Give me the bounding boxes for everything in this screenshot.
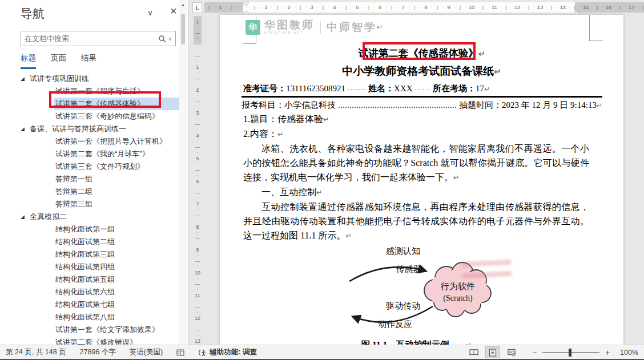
admission-number-value: 13111623508921	[286, 84, 345, 93]
ruler-tick: —	[193, 282, 202, 286]
nav-tree-item[interactable]: ◢备课、试讲与答辩拔高训练一	[0, 123, 179, 135]
ruler-tick: 11	[193, 293, 202, 298]
nav-tree-item[interactable]: 结构化面试第二组	[0, 236, 179, 248]
nav-item-label: 备课、试讲与答辩拔高训练一	[30, 124, 126, 133]
search-icon[interactable]	[158, 35, 166, 43]
zoom-slider[interactable]	[542, 352, 599, 353]
proofing-icon[interactable]	[176, 349, 185, 357]
content-line: 2.内容：↵	[243, 127, 589, 141]
nav-item-label: 结构化面试第八组	[55, 313, 115, 321]
nav-tree-item[interactable]: 结构化面试第八组	[0, 311, 179, 323]
ruler-tick: ·	[193, 173, 202, 178]
status-bar: 第 24 页, 共 148 页 27896 个字 英语(美国) 辅助功能: 调查	[0, 345, 644, 360]
zoom-out-button[interactable]: −	[530, 348, 538, 357]
zoom-in-button[interactable]: +	[603, 348, 611, 357]
zoom-level-indicator[interactable]: 100%	[615, 349, 638, 357]
nav-tree-item[interactable]: 答辩第一组	[0, 173, 179, 185]
nav-tab-item[interactable]: 页面	[51, 53, 66, 69]
nav-scrollbar[interactable]: ▲	[179, 0, 187, 345]
ruler-tick: —	[193, 99, 202, 104]
ruler-tick: ·	[193, 322, 202, 326]
nav-tree-item[interactable]: 结构化面试第五组	[0, 273, 179, 286]
close-icon[interactable]: ×	[170, 5, 177, 18]
ruler-tick: —	[193, 191, 202, 195]
ruler-tick: —	[193, 76, 202, 81]
red-annotation-box-nav	[49, 91, 161, 108]
nav-tree-item[interactable]: ◢试讲专项巩固训练	[0, 72, 179, 85]
search-input[interactable]	[21, 34, 158, 43]
exam-room-label: 所在考场：	[433, 84, 476, 93]
document-page[interactable]: 华 华图教师 HTEACHER.NET 中师智学 ↵ 试讲第二套《传感器体验》↵…	[220, 15, 623, 345]
nav-item-label: 试讲第一套《给文字添加效果》	[55, 325, 159, 334]
nav-item-label: 结构化面试第二组	[55, 237, 115, 246]
nav-tree-item[interactable]: 试讲第二套《修改错误》	[0, 336, 179, 345]
paragraph-mark: ↵	[453, 173, 460, 182]
collapse-triangle-icon[interactable]: ◢	[21, 123, 25, 135]
zoom-slider-thumb[interactable]	[569, 349, 571, 357]
page-number-indicator[interactable]: 第 24 页, 共 148 页	[6, 347, 66, 357]
ruler-tick: ·	[193, 82, 202, 87]
print-layout-icon	[489, 349, 497, 357]
search-options-chevron-icon[interactable]: ∨	[168, 36, 172, 42]
chevron-down-icon[interactable]: ∨	[147, 8, 153, 17]
nav-tree-item[interactable]: ◢全真模拟二	[0, 211, 179, 223]
logo-brand-text: 华图教师	[264, 19, 315, 30]
paragraph-1: 冰箱、洗衣机、各种家电设备越来越智能化，智能家居离我们不再遥远。一个小小的按钮怎…	[243, 141, 589, 185]
read-mode-button[interactable]	[466, 346, 481, 358]
nav-tree-item[interactable]: 试讲第三套《文件巧规划》	[0, 160, 179, 173]
subject-label: 报考科目：	[242, 100, 284, 110]
ruler-tick: —	[193, 236, 202, 241]
nav-tree-item[interactable]: 答辩第三组	[0, 198, 179, 211]
nav-tree-item[interactable]: 试讲第一套《给文字添加效果》	[0, 323, 179, 336]
print-layout-button[interactable]	[485, 346, 500, 358]
nav-item-label: 答辩第二组	[55, 187, 92, 196]
nav-tree-item[interactable]: 结构化面试第六组	[0, 286, 179, 298]
language-indicator[interactable]: 英语(美国)	[130, 347, 163, 357]
subject-value: 小学信息科技	[284, 100, 336, 110]
nav-tree-item[interactable]: 结构化面试第七组	[0, 298, 179, 311]
nav-tree-item[interactable]: 结构化面试第三组	[0, 248, 179, 261]
paragraph-mark: ↵	[323, 115, 329, 124]
ruler-tick: ·	[193, 299, 202, 304]
ruler-tick: —	[193, 327, 202, 332]
heading-1: 一、互动控制↵	[243, 185, 589, 200]
nav-tab-active[interactable]: 标题	[21, 53, 36, 69]
ruler-tick: ·	[193, 128, 202, 132]
ruler-tick: 13	[193, 339, 202, 343]
admission-number-label: 准考证号：	[243, 84, 286, 93]
ruler-tick: 2	[193, 88, 202, 92]
logo-divider	[320, 21, 321, 34]
accessibility-status[interactable]: 辅助功能: 调查	[199, 347, 257, 357]
ruler-tick: 7	[193, 202, 202, 207]
nav-tree-item[interactable]: 结构化面试第一组	[0, 223, 179, 236]
nav-item-label: 试讲第一套《把照片导入计算机》	[55, 137, 167, 145]
navigation-tabs: 标题页面结果	[21, 53, 96, 69]
document-subtitle: 中小学教师资格考试面试备课纸↵	[220, 64, 623, 79]
draw-time-label: 抽题时间：	[459, 100, 502, 110]
nav-tree-item[interactable]: 答辩第二组	[0, 185, 179, 198]
ruler-tick: ·	[193, 208, 202, 212]
nav-tree-item[interactable]: 试讲第二套《我的“月球车”》	[0, 148, 179, 160]
ruler-tick: ·	[193, 333, 202, 338]
paragraph-mark: ↵	[345, 232, 352, 240]
nav-tree-item[interactable]: 试讲第一套《把照片导入计算机》	[0, 135, 179, 148]
ruler-tick: ·	[193, 37, 202, 41]
collapse-triangle-icon[interactable]: ◢	[21, 211, 25, 223]
ruler-tick: ·	[193, 48, 202, 52]
scroll-up-icon[interactable]: ▲	[179, 2, 187, 7]
ruler-tick: ·	[193, 94, 202, 98]
word-count-indicator[interactable]: 27896 个字	[80, 347, 116, 357]
logo-domain-text: HTEACHER.NET	[264, 31, 315, 35]
nav-scrollbar-thumb[interactable]	[181, 14, 185, 45]
document-search-box[interactable]: ∨	[21, 31, 176, 46]
read-mode-icon	[469, 349, 478, 356]
web-layout-button[interactable]	[504, 346, 519, 358]
paragraph-mark: ↵	[465, 341, 471, 345]
collapse-triangle-icon[interactable]: ◢	[21, 72, 25, 85]
nav-tree-item[interactable]: 试讲第三套《奇妙的信息编码》	[0, 110, 179, 123]
paragraph-mark: ↵	[478, 49, 485, 58]
header-logo: 华 华图教师 HTEACHER.NET 中师智学 ↵	[245, 19, 383, 35]
nav-tab-item[interactable]: 结果	[81, 53, 96, 69]
ruler-tick: —	[193, 145, 202, 149]
nav-tree-item[interactable]: 结构化面试第四组	[0, 261, 179, 273]
